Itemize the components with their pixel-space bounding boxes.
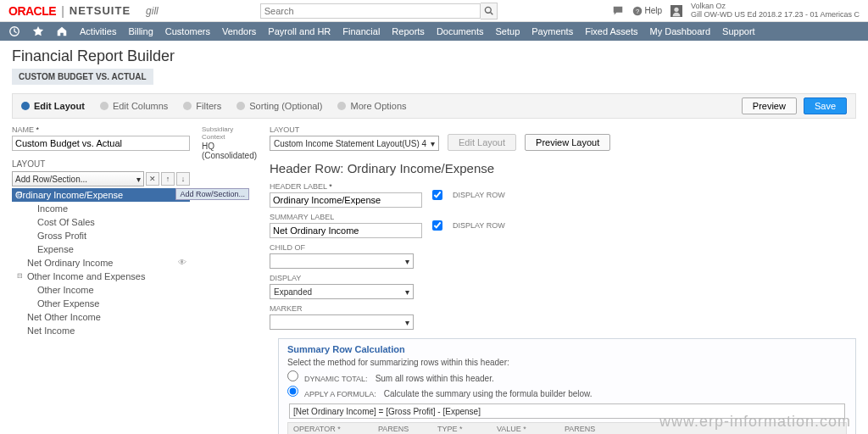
display-select[interactable]: Expanded▾ [270,284,414,299]
nav-customers[interactable]: Customers [165,26,210,36]
chevron-down-icon: ▾ [136,175,141,184]
tree-net-income[interactable]: Net Income [12,324,190,337]
builder-tabs: Edit Layout Edit Columns Filters Sorting… [12,93,856,119]
nav-fixed-assets[interactable]: Fixed Assets [585,26,637,36]
apply-formula-radio[interactable] [287,386,298,397]
main-nav: Activities Billing Customers Vendors Pay… [0,22,868,41]
help-icon[interactable]: ? Help [632,6,663,16]
tree-gross-profit[interactable]: Gross Profit [12,229,190,242]
nav-reports[interactable]: Reports [392,26,425,36]
nav-setup[interactable]: Setup [496,26,520,36]
watermark: www.erp-information.com [659,413,851,431]
move-down-button[interactable]: ↓ [176,172,190,186]
display-row-checkbox-1[interactable] [432,190,442,200]
nav-vendors[interactable]: Vendors [222,26,256,36]
svg-point-0 [485,7,491,13]
user-role: Gill OW-WD US Ed 2018.2 17.23 - 01 Ameri… [691,11,860,19]
top-bar: ORACLE | NETSUITE gill ? Help Volkan Oz … [0,0,868,22]
child-of-label: CHILD OF [270,243,422,252]
history-icon[interactable] [8,25,20,37]
save-button[interactable]: Save [804,97,847,114]
user-avatar-icon[interactable] [670,5,682,17]
tab-filters[interactable]: Filters [183,101,221,111]
header-label-label: HEADER LABEL [270,182,422,191]
feedback-icon[interactable] [612,5,624,17]
tree-net-ordinary-income[interactable]: Net Ordinary Income 👁 [12,256,190,270]
search-input[interactable] [260,3,481,19]
user-info[interactable]: Volkan Oz Gill OW-WD US Ed 2018.2 17.23 … [691,3,860,19]
display-row-checkbox-2[interactable] [432,220,442,231]
svg-text:?: ? [635,8,638,15]
delete-row-button[interactable]: ✕ [146,172,159,186]
tree-expense[interactable]: Expense [12,242,190,256]
marker-label: MARKER [270,304,422,313]
add-row-section-dropdown[interactable]: Add Row/Section... ▾ [12,171,144,186]
nav-payments[interactable]: Payments [531,26,573,36]
move-up-button[interactable]: ↑ [161,172,175,186]
tree-net-other-income[interactable]: Net Other Income [12,310,190,324]
display-label: DISPLAY [270,274,422,282]
page-subtitle: CUSTOM BUDGET VS. ACTUAL [12,69,153,85]
tree-other-income[interactable]: Other Income [12,283,190,297]
summary-label-input[interactable] [270,223,422,238]
dynamic-total-radio[interactable] [287,370,298,381]
chevron-down-icon: ▾ [405,318,409,327]
home-icon[interactable] [56,25,68,37]
add-row-hint[interactable]: Add Row/Section... [175,188,249,200]
marker-select[interactable]: ▾ [270,314,414,330]
name-input[interactable] [12,136,190,151]
tree-ordinary-income-expense[interactable]: ⊟ Ordinary Income/Expense Add Row/Sectio… [12,188,190,202]
tab-edit-columns[interactable]: Edit Columns [100,101,168,111]
left-panel: NAME LAYOUT Add Row/Section... ▾ ✕ ↑ ↓ ⊟… [12,125,190,434]
display-row-label-1: DISPLAY ROW [453,191,505,199]
nav-my-dashboard[interactable]: My Dashboard [650,26,711,36]
layout-dd-label: LAYOUT [270,125,439,134]
search-icon [484,6,493,15]
chevron-down-icon: ▾ [405,257,409,266]
nav-billing[interactable]: Billing [128,26,153,36]
search-button[interactable] [481,3,498,19]
collapse-icon: ⊟ [17,272,23,280]
nav-financial[interactable]: Financial [342,26,380,36]
brand-logo: ORACLE | NETSUITE [8,4,131,18]
tree-income[interactable]: Income [12,202,190,215]
tab-sorting[interactable]: Sorting (Optional) [236,101,322,111]
layout-tree: ⊟ Ordinary Income/Expense Add Row/Sectio… [12,188,190,337]
collapse-icon: ⊟ [17,191,23,198]
preview-button[interactable]: Preview [742,97,797,114]
chevron-down-icon: ▾ [405,287,409,297]
edit-layout-button[interactable]: Edit Layout [448,134,516,151]
preview-layout-button[interactable]: Preview Layout [525,134,610,151]
child-of-select[interactable]: ▾ [270,253,414,269]
nav-activities[interactable]: Activities [80,26,116,36]
netsuite-logo: NETSUITE [70,4,131,17]
partner-label: gill [146,5,159,17]
summary-title: Summary Row Calculation [287,344,847,354]
header-row-title: Header Row: Ordinary Income/Expense [270,161,856,175]
layout-section-label: LAYOUT [12,159,190,169]
logo-separator: | [61,4,64,18]
tab-edit-layout[interactable]: Edit Layout [21,101,85,111]
oracle-logo: ORACLE [8,4,56,18]
nav-documents[interactable]: Documents [437,26,484,36]
nav-support[interactable]: Support [722,26,755,36]
visibility-icon[interactable]: 👁 [178,258,186,267]
apply-formula-desc: Calculate the summary using the formula … [384,389,593,398]
display-row-label-2: DISPLAY ROW [453,221,505,230]
tab-more-options[interactable]: More Options [337,101,406,111]
header-label-input[interactable] [270,192,422,208]
summary-instruction: Select the method for summarizing rows w… [287,358,847,367]
summary-label-label: SUMMARY LABEL [270,213,422,221]
tree-cost-of-sales[interactable]: Cost Of Sales [12,215,190,229]
layout-select[interactable]: Custom Income Statement Layout(US) 4 ▾ [270,136,439,151]
apply-formula-label: APPLY A FORMULA: [304,390,376,398]
dynamic-total-label: DYNAMIC TOTAL: [304,375,368,383]
tree-other-income-expenses[interactable]: ⊟ Other Income and Expenses [12,270,190,283]
name-label: NAME [12,125,190,134]
subsidiary-label: Subsidiary Context [202,125,258,141]
global-search [260,3,498,19]
svg-point-5 [674,7,678,11]
star-icon[interactable] [32,25,44,37]
tree-other-expense[interactable]: Other Expense [12,297,190,310]
nav-payroll[interactable]: Payroll and HR [268,26,331,36]
